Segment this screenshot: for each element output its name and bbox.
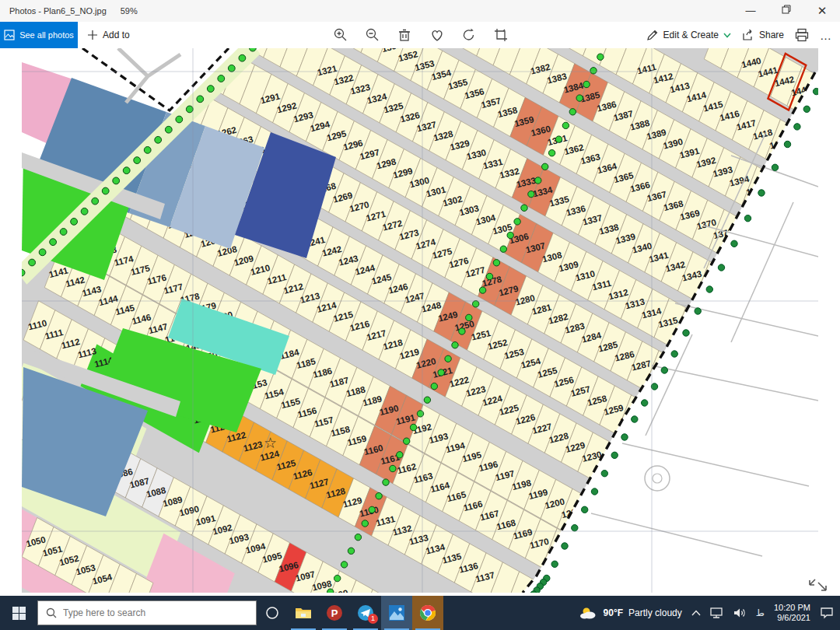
- window-title: Photos - Plan6_5_NO.jpg: [9, 6, 107, 16]
- boundary-dot: [555, 136, 562, 142]
- hidden-icons-chevron[interactable]: [691, 610, 701, 616]
- boundary-dot: [376, 493, 382, 499]
- boundary-dot: [493, 260, 499, 266]
- boundary-dot: [452, 342, 458, 348]
- add-to-label: Add to: [103, 30, 130, 40]
- minimize-button[interactable]: —: [733, 0, 768, 22]
- boundary-dot: [383, 479, 389, 485]
- boundary-dot: [562, 543, 568, 549]
- boundary-dot: [661, 367, 667, 373]
- boundary-dot: [397, 452, 403, 458]
- partly-cloudy-icon: [579, 606, 598, 620]
- boundary-dot: [186, 106, 193, 113]
- edit-create-button[interactable]: Edit & Create: [646, 29, 731, 41]
- boundary-dot: [390, 465, 396, 471]
- boundary-dot: [731, 240, 737, 247]
- restore-button[interactable]: [768, 0, 804, 22]
- boundary-dot: [348, 548, 354, 554]
- chevron-down-icon: [723, 33, 731, 38]
- boundary-dot: [81, 208, 88, 215]
- boundary-dot: [632, 416, 638, 422]
- system-tray: 90°F Partly cloudy ط 10:20 PM 9/6/2021: [579, 603, 840, 623]
- boundary-dot: [479, 287, 485, 293]
- boundary-dot: [718, 264, 724, 271]
- photos-app-icon: [388, 604, 405, 621]
- windows-taskbar: P 1: [0, 596, 840, 630]
- boundary-dot: [50, 239, 57, 246]
- boundary-dot: [218, 75, 225, 82]
- delete-icon[interactable]: [397, 27, 412, 43]
- photos-app-button[interactable]: [381, 596, 412, 630]
- photo-canvas-plat-map[interactable]: 1440144114421443141114121413141414151416…: [0, 0, 840, 630]
- boundary-dot: [803, 106, 810, 112]
- boundary-dot: [576, 95, 583, 101]
- boundary-dot: [542, 163, 548, 170]
- chrome-button[interactable]: [412, 596, 443, 630]
- favorite-heart-icon[interactable]: [429, 27, 445, 43]
- boundary-dot: [583, 81, 590, 87]
- print-icon[interactable]: [795, 28, 809, 42]
- boundary-dot: [123, 167, 130, 174]
- weather-temperature: 90°F: [604, 607, 623, 618]
- cortana-button[interactable]: [257, 596, 288, 630]
- boundary-dot: [165, 126, 172, 133]
- weather-widget[interactable]: 90°F Partly cloudy: [579, 606, 682, 620]
- boundary-dot: [706, 286, 712, 292]
- taskbar-search[interactable]: [37, 600, 257, 625]
- boundary-dot: [784, 141, 790, 147]
- boundary-dot: [582, 506, 588, 513]
- title-bar: Photos - Plan6_5_NO.jpg 59% — ✕: [0, 0, 840, 22]
- boundary-dot: [207, 86, 214, 93]
- boundary-dot: [611, 452, 618, 458]
- boundary-dot: [572, 525, 578, 531]
- zoom-in-icon[interactable]: [333, 27, 348, 43]
- share-button[interactable]: Share: [742, 29, 784, 41]
- close-button[interactable]: ✕: [804, 0, 840, 22]
- boundary-dot: [417, 411, 423, 417]
- psiphon-button[interactable]: P: [319, 596, 350, 630]
- rotate-icon[interactable]: [461, 27, 477, 43]
- boundary-dot: [551, 561, 558, 567]
- taskbar-clock[interactable]: 10:20 PM 9/6/2021: [774, 603, 810, 623]
- network-icon[interactable]: [710, 607, 724, 618]
- share-icon: [742, 29, 754, 41]
- crop-icon[interactable]: [493, 27, 509, 43]
- boundary-dot: [744, 215, 751, 222]
- command-bar: See all photos Add to Edit & Create: [0, 22, 840, 48]
- boundary-dot: [29, 259, 36, 266]
- language-indicator[interactable]: ط: [756, 607, 765, 618]
- boundary-dot: [102, 187, 109, 194]
- chrome-icon: [419, 604, 436, 621]
- boundary-dot: [473, 301, 479, 307]
- volume-icon[interactable]: [733, 607, 747, 618]
- boundary-dot: [466, 314, 472, 320]
- start-button[interactable]: [0, 596, 37, 630]
- boundary-dot: [683, 330, 689, 336]
- add-to-button[interactable]: Add to: [87, 22, 130, 48]
- boundary-dot: [671, 351, 677, 357]
- see-all-photos-button[interactable]: See all photos: [0, 22, 78, 48]
- boundary-dot: [651, 383, 657, 390]
- more-options-button[interactable]: …: [820, 29, 832, 42]
- boundary-dot: [60, 229, 67, 236]
- weather-condition: Partly cloudy: [628, 607, 682, 618]
- search-input[interactable]: [63, 607, 234, 618]
- boundary-dot: [597, 54, 604, 60]
- edit-icon: [646, 29, 659, 41]
- boundary-dot: [695, 308, 701, 314]
- file-explorer-button[interactable]: [288, 596, 319, 630]
- see-all-photos-label: See all photos: [19, 30, 74, 40]
- boundary-dot: [410, 424, 416, 430]
- boundary-dot: [642, 400, 648, 406]
- boundary-dot: [514, 219, 520, 225]
- photos-grid-icon: [4, 30, 15, 40]
- action-center-icon[interactable]: [820, 607, 834, 619]
- cortana-icon: [265, 606, 279, 620]
- zoom-level-indicator: 59%: [121, 6, 138, 16]
- plat-map-drawing: 1440144114421443141114121413141414151416…: [0, 0, 840, 630]
- telegram-button[interactable]: 1: [350, 596, 381, 630]
- boundary-dot: [228, 65, 235, 72]
- boundary-dot: [601, 471, 607, 477]
- zoom-out-icon[interactable]: [365, 27, 380, 43]
- share-label: Share: [759, 30, 784, 40]
